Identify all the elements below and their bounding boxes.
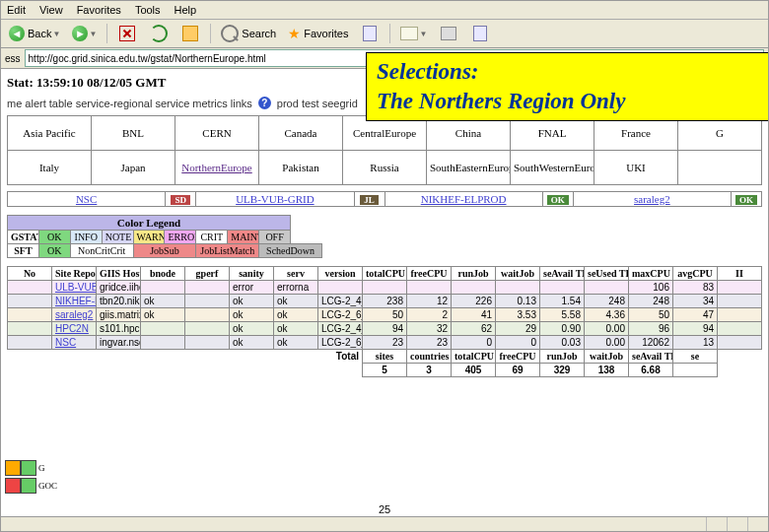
toolbar-sep2 [210, 24, 211, 43]
region-cell[interactable]: Asia Pacific [8, 116, 92, 151]
region-cell[interactable]: SouthEasternEurope [427, 151, 511, 185]
annotation-overlay: Selections: The Northers Region Only [366, 52, 769, 121]
page-number: 25 [1, 503, 768, 515]
address-label: ess [5, 53, 21, 64]
site-badge: SD [166, 192, 196, 207]
help-icon[interactable]: ? [258, 97, 271, 109]
search-button[interactable]: Search [217, 23, 280, 44]
favorites-star-icon: ★ [288, 26, 301, 41]
stop-icon [119, 26, 135, 41]
col-header[interactable]: No [8, 267, 52, 281]
swatch-green2 [21, 478, 36, 494]
status-cell-3 [747, 517, 768, 531]
refresh-icon [150, 25, 168, 42]
col-header[interactable]: Site Reports [52, 267, 97, 281]
region-cell[interactable]: CERN [175, 116, 259, 151]
menu-bar: Edit View Favorites Tools Help [1, 1, 768, 20]
site-cell[interactable]: NSC [8, 192, 166, 207]
overlay-line1: Selections: [377, 57, 769, 87]
col-header[interactable]: runJob [452, 267, 496, 281]
col-header[interactable]: II [718, 267, 762, 281]
site-cell[interactable]: ULB-VUB-GRID [196, 192, 354, 207]
doc-button[interactable] [466, 23, 494, 44]
color-legend: Color Legend GSTATOKINFONOTEWARNERRORCRI… [7, 215, 322, 258]
back-dropdown-icon[interactable]: ▼ [52, 30, 60, 38]
col-header[interactable]: sanity [230, 267, 274, 281]
forward-arrow-icon: ► [72, 26, 88, 41]
menu-favorites[interactable]: Favorites [77, 4, 121, 16]
region-cell[interactable]: NorthernEurope [175, 151, 259, 185]
fwd-dropdown-icon[interactable]: ▼ [89, 30, 97, 38]
legend-title: Color Legend [8, 216, 291, 231]
status-cell-2 [727, 517, 747, 531]
region-cell[interactable]: SouthWesternEurope [511, 151, 594, 185]
table-row[interactable]: HPC2Ns101.hpc2n.umu.seokokLCG-2_4_094326… [8, 322, 762, 336]
site-cell[interactable]: saraleg2 [573, 192, 731, 207]
col-header[interactable]: serv [274, 267, 318, 281]
status-cell-1 [706, 517, 727, 531]
col-header[interactable]: maxCPU [629, 267, 673, 281]
col-header[interactable]: totalCPU [363, 267, 407, 281]
search-label: Search [242, 28, 276, 39]
region-cell[interactable]: Italy [8, 151, 92, 185]
site-badge-row: NSCSDULB-VUB-GRIDJLNIKHEF-ELPRODOKsarale… [7, 191, 762, 207]
mail-icon [400, 27, 418, 40]
swatch-green [21, 460, 36, 476]
nav-links-text[interactable]: me alert table service-regional service … [7, 98, 252, 109]
mail-dropdown-icon[interactable]: ▼ [419, 30, 427, 38]
site-reports-table: NoSite ReportsGIIS Hostbnodegperfsanitys… [7, 266, 762, 377]
status-bar [1, 516, 768, 531]
table-row[interactable]: ULB-VUB-GRIDgridce.iihe.ac.beerrorerrorn… [8, 281, 762, 295]
doc-icon [473, 26, 487, 41]
table-row[interactable]: NSCingvar.nsc.liu.seokokLCG-2_6_02323000… [8, 336, 762, 350]
region-cell[interactable] [678, 151, 762, 185]
region-cell[interactable]: Russia [343, 151, 427, 185]
print-icon [441, 27, 456, 40]
nav-links-extra[interactable]: prod test seegrid [277, 98, 358, 109]
overlay-line2: The Northers Region Only [377, 87, 769, 116]
region-cell[interactable]: Japan [92, 151, 175, 185]
col-header[interactable]: seAvail TB [540, 267, 585, 281]
favorites-label: Favorites [304, 28, 348, 39]
menu-edit[interactable]: Edit [7, 4, 26, 16]
site-badge: OK [542, 192, 573, 207]
back-button[interactable]: ◄ Back ▼ [5, 23, 64, 44]
col-header[interactable]: version [318, 267, 363, 281]
legend-swatches: G GOC [5, 460, 57, 494]
print-button[interactable] [435, 23, 462, 44]
site-cell[interactable]: NIKHEF-ELPROD [384, 192, 542, 207]
region-cell[interactable]: Canada [259, 116, 343, 151]
col-header[interactable]: waitJob [496, 267, 540, 281]
refresh-button[interactable] [145, 23, 173, 44]
region-table: Asia PacificBNLCERNCanadaCentralEuropeCh… [7, 115, 762, 185]
col-header[interactable]: avgCPU [673, 267, 718, 281]
region-cell[interactable]: Pakistan [259, 151, 343, 185]
back-arrow-icon: ◄ [9, 26, 25, 41]
col-header[interactable]: freeCPU [407, 267, 452, 281]
col-header[interactable]: bnode [141, 267, 185, 281]
site-badge: OK [732, 192, 762, 207]
favorites-button[interactable]: ★ Favorites [284, 23, 352, 44]
search-icon [221, 25, 239, 42]
col-header[interactable]: GIIS Host [97, 267, 141, 281]
site-badge: JL [354, 192, 384, 207]
region-cell[interactable]: UKI [594, 151, 678, 185]
forward-button[interactable]: ► ▼ [68, 23, 101, 44]
menu-tools[interactable]: Tools [135, 4, 161, 16]
col-header[interactable]: seUsed TB [585, 267, 629, 281]
swatch-red [5, 478, 21, 494]
history-button[interactable] [356, 23, 384, 44]
toolbar-sep [106, 24, 107, 43]
stop-button[interactable] [113, 23, 141, 44]
menu-help[interactable]: Help [175, 4, 197, 16]
table-row[interactable]: NIKHEF-ELPRODtbn20.nikhef.nlokokokLCG-2_… [8, 295, 762, 308]
mail-button[interactable]: ▼ [396, 23, 431, 44]
home-icon [182, 26, 198, 41]
toolbar: ◄ Back ▼ ► ▼ Search ★ Favorites ▼ [1, 20, 768, 48]
table-row[interactable]: saraleg2giis.matrix.sara.nlokokokLCG-2_6… [8, 308, 762, 322]
home-button[interactable] [176, 23, 204, 44]
region-cell[interactable]: BNL [92, 116, 175, 151]
menu-view[interactable]: View [39, 4, 63, 16]
swatch-label-g: G [38, 463, 45, 473]
col-header[interactable]: gperf [185, 267, 230, 281]
